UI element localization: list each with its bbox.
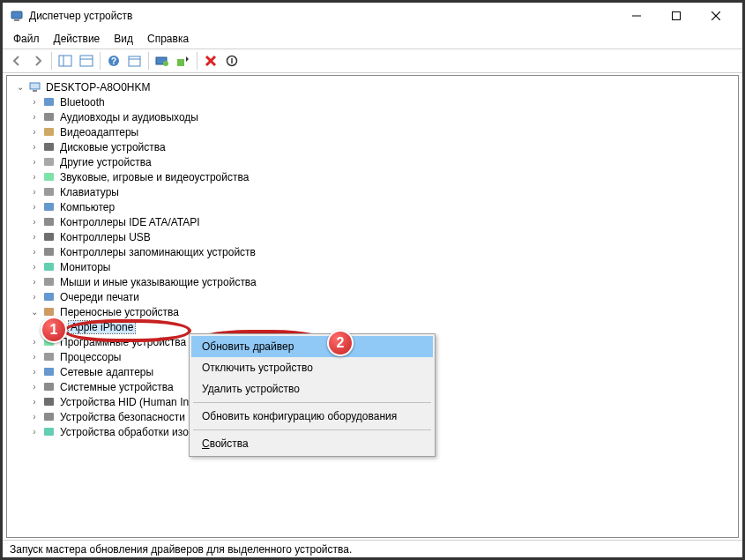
- update-driver-button[interactable]: [173, 50, 194, 71]
- expand-icon[interactable]: ›: [28, 157, 41, 167]
- device-category-icon: [42, 410, 56, 424]
- device-category-icon: [42, 335, 56, 349]
- tree-category[interactable]: ›Звуковые, игровые и видеоустройства: [7, 169, 738, 184]
- device-tree-pane[interactable]: ⌄ DESKTOP-A8O0HKM ›Bluetooth›Аудиовходы …: [6, 75, 739, 538]
- tree-category[interactable]: ›Другие устройства: [7, 154, 738, 169]
- expand-icon[interactable]: ›: [28, 127, 41, 137]
- tree-category[interactable]: ›Видеоадаптеры: [7, 124, 738, 139]
- expand-icon[interactable]: ⌄: [28, 307, 41, 317]
- tree-category[interactable]: ›Bluetooth: [7, 94, 738, 109]
- svg-rect-16: [177, 59, 184, 66]
- expand-icon[interactable]: ›: [28, 202, 41, 212]
- window-title: Диспетчер устройств: [29, 10, 616, 22]
- tree-item-apple-iphone[interactable]: Apple iPhone: [7, 319, 738, 334]
- expand-icon[interactable]: ›: [28, 337, 41, 347]
- context-menu: Обновить драйвер Отключить устройство Уд…: [189, 333, 436, 457]
- tree-category-label: Видеоадаптеры: [58, 126, 140, 138]
- svg-rect-32: [44, 248, 54, 256]
- disable-button[interactable]: [221, 50, 242, 71]
- tree-category-label: Мониторы: [58, 261, 112, 273]
- ctx-properties[interactable]: Свойства: [191, 433, 433, 454]
- title-bar: Диспетчер устройств: [3, 3, 742, 29]
- ctx-update-driver[interactable]: Обновить драйвер: [191, 336, 433, 357]
- device-category-icon: [42, 275, 56, 289]
- expand-icon[interactable]: ›: [28, 172, 41, 182]
- ctx-disable-device[interactable]: Отключить устройство: [191, 357, 433, 378]
- svg-text:?: ?: [111, 56, 116, 66]
- expand-icon[interactable]: ›: [28, 232, 41, 242]
- svg-rect-26: [44, 158, 54, 166]
- svg-rect-39: [44, 353, 54, 361]
- expand-icon[interactable]: ›: [28, 247, 41, 257]
- expand-icon[interactable]: ›: [28, 292, 41, 302]
- phone-icon: [53, 320, 67, 334]
- menu-action[interactable]: Действие: [47, 31, 108, 47]
- computer-icon: [28, 80, 42, 94]
- tree-category-label: Аудиовходы и аудиовыходы: [58, 111, 200, 123]
- tree-category[interactable]: ›Контроллеры USB: [7, 229, 738, 244]
- help-button[interactable]: ?: [103, 50, 124, 71]
- svg-rect-31: [44, 233, 54, 241]
- menu-file[interactable]: Файл: [6, 31, 47, 47]
- expand-icon[interactable]: ›: [28, 97, 41, 107]
- scan-hardware-button[interactable]: [152, 50, 173, 71]
- device-category-icon: [42, 95, 56, 109]
- tree-category-label: Другие устройства: [58, 156, 153, 168]
- close-button[interactable]: [696, 4, 735, 28]
- expand-icon[interactable]: ›: [28, 427, 41, 437]
- tree-category[interactable]: ›Компьютер: [7, 199, 738, 214]
- expand-icon[interactable]: ›: [28, 352, 41, 362]
- back-button[interactable]: [6, 50, 27, 71]
- tree-category[interactable]: ›Мониторы: [7, 259, 738, 274]
- svg-rect-38: [44, 338, 54, 346]
- calendar-button[interactable]: [124, 50, 145, 71]
- minimize-button[interactable]: [616, 4, 656, 28]
- expand-icon[interactable]: ›: [28, 142, 41, 152]
- expand-icon[interactable]: ›: [28, 367, 41, 377]
- svg-rect-22: [44, 98, 54, 106]
- device-category-icon: [42, 260, 56, 274]
- menu-help[interactable]: Справка: [140, 31, 196, 47]
- ctx-separator: [193, 402, 431, 403]
- maximize-button[interactable]: [656, 4, 696, 28]
- device-category-icon: [42, 110, 56, 124]
- svg-rect-41: [44, 383, 54, 391]
- expand-icon[interactable]: ›: [28, 382, 41, 392]
- tree-category[interactable]: ›Контроллеры IDE ATA/ATAPI: [7, 214, 738, 229]
- menu-view[interactable]: Вид: [107, 31, 140, 47]
- tree-category-label: Bluetooth: [58, 96, 107, 108]
- svg-rect-44: [44, 428, 54, 436]
- uninstall-button[interactable]: [200, 50, 221, 71]
- device-category-icon: [42, 200, 56, 214]
- svg-rect-20: [30, 83, 40, 89]
- svg-rect-23: [44, 113, 54, 121]
- tree-root[interactable]: ⌄ DESKTOP-A8O0HKM: [7, 79, 738, 94]
- tree-category[interactable]: ›Контроллеры запоминающих устройств: [7, 244, 738, 259]
- device-category-icon: [42, 215, 56, 229]
- properties-button[interactable]: [76, 50, 97, 71]
- svg-point-15: [163, 61, 168, 66]
- expand-icon[interactable]: ›: [28, 112, 41, 122]
- forward-button[interactable]: [27, 50, 48, 71]
- expand-icon[interactable]: ›: [28, 412, 41, 422]
- device-category-icon: [42, 380, 56, 394]
- tree-category[interactable]: ›Очереди печати: [7, 289, 738, 304]
- svg-rect-6: [59, 56, 71, 66]
- collapse-icon[interactable]: ⌄: [14, 82, 26, 92]
- device-category-icon: [42, 245, 56, 259]
- tree-category[interactable]: ›Аудиовходы и аудиовыходы: [7, 109, 738, 124]
- tree-category[interactable]: ⌄Переносные устройства: [7, 304, 738, 319]
- svg-rect-42: [44, 398, 54, 406]
- ctx-scan-hardware[interactable]: Обновить конфигурацию оборудования: [191, 406, 433, 427]
- expand-icon[interactable]: ›: [28, 397, 41, 407]
- tree-category[interactable]: ›Мыши и иные указывающие устройства: [7, 274, 738, 289]
- show-hide-tree-button[interactable]: [55, 50, 76, 71]
- expand-icon[interactable]: ›: [28, 217, 41, 227]
- ctx-uninstall-device[interactable]: Удалить устройство: [191, 378, 433, 399]
- expand-icon[interactable]: ›: [28, 277, 41, 287]
- tree-category[interactable]: ›Клавиатуры: [7, 184, 738, 199]
- tree-root-label: DESKTOP-A8O0HKM: [44, 81, 152, 93]
- tree-category[interactable]: ›Дисковые устройства: [7, 139, 738, 154]
- expand-icon[interactable]: ›: [28, 187, 41, 197]
- expand-icon[interactable]: ›: [28, 262, 41, 272]
